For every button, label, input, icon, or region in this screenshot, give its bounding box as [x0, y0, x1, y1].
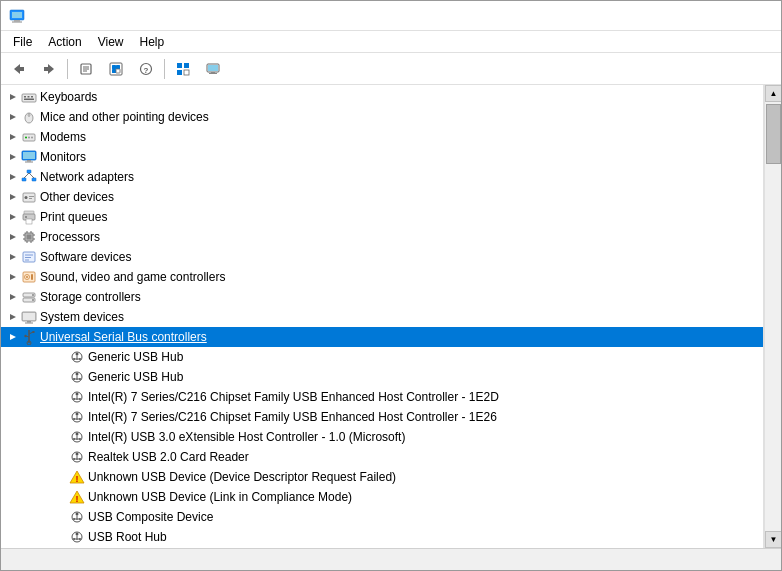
tree-item-processors[interactable]: Processors	[1, 227, 763, 247]
tree-item-realtek[interactable]: Realtek USB 2.0 Card Reader	[1, 447, 763, 467]
tree-expand-keyboards	[5, 89, 21, 105]
svg-text:!: !	[76, 474, 79, 484]
tree-item-software[interactable]: Software devices	[1, 247, 763, 267]
maximize-button[interactable]	[681, 1, 727, 31]
svg-marker-58	[10, 214, 16, 220]
svg-point-151	[73, 538, 75, 540]
svg-marker-37	[10, 134, 16, 140]
tree-label-other: Other devices	[40, 190, 114, 204]
tree-expand-usb	[5, 329, 21, 345]
tree-expand-realtek	[53, 449, 69, 465]
tree-label-intel-1e2d: Intel(R) 7 Series/C216 Chipset Family US…	[88, 390, 499, 404]
toolbar-help-icon[interactable]: ?	[132, 56, 160, 82]
tree-label-mice: Mice and other pointing devices	[40, 110, 209, 124]
menu-action[interactable]: Action	[40, 31, 89, 53]
tree-icon-system	[21, 309, 37, 325]
svg-rect-62	[25, 217, 27, 218]
svg-point-106	[79, 358, 81, 360]
scrollbar[interactable]: ▲ ▼	[764, 85, 781, 548]
svg-point-129	[73, 438, 75, 440]
svg-point-132	[76, 453, 79, 456]
tree-item-intel-xhci[interactable]: Intel(R) USB 3.0 eXtensible Host Control…	[1, 427, 763, 447]
tree-item-usb[interactable]: Universal Serial Bus controllers	[1, 327, 763, 347]
tree-item-other[interactable]: Other devices	[1, 187, 763, 207]
toolbar-view[interactable]	[169, 56, 197, 82]
svg-rect-50	[32, 178, 36, 181]
tree-expand-software	[5, 249, 21, 265]
svg-rect-49	[22, 178, 26, 181]
tree-item-mice[interactable]: Mice and other pointing devices	[1, 107, 763, 127]
tree-expand-intel-1e2d	[53, 389, 69, 405]
tree-item-intel-1e2d[interactable]: Intel(R) 7 Series/C216 Chipset Family US…	[1, 387, 763, 407]
tree-item-composite[interactable]: USB Composite Device	[1, 507, 763, 527]
tree-icon-composite	[69, 509, 85, 525]
tree-icon-print	[21, 209, 37, 225]
tree-label-intel-1e26: Intel(R) 7 Series/C216 Chipset Family US…	[88, 410, 497, 424]
tree-item-print[interactable]: Print queues	[1, 207, 763, 227]
title-bar	[1, 1, 781, 31]
toolbar-forward[interactable]	[35, 56, 63, 82]
menu-view[interactable]: View	[90, 31, 132, 53]
svg-rect-61	[26, 219, 32, 224]
tree-expand-monitors	[5, 149, 21, 165]
svg-point-145	[73, 518, 75, 520]
tree-item-storage[interactable]: Storage controllers	[1, 287, 763, 307]
svg-rect-16	[116, 69, 120, 73]
svg-marker-33	[10, 114, 16, 120]
tree-item-modems[interactable]: Modems	[1, 127, 763, 147]
device-tree[interactable]: KeyboardsMice and other pointing devices…	[1, 85, 764, 548]
scroll-down[interactable]: ▼	[765, 531, 781, 548]
tree-icon-intel-xhci	[69, 429, 85, 445]
tree-item-keyboards[interactable]: Keyboards	[1, 87, 763, 107]
tree-expand-modems	[5, 129, 21, 145]
menu-file[interactable]: File	[5, 31, 40, 53]
tree-expand-sound	[5, 269, 21, 285]
svg-rect-57	[29, 198, 32, 199]
tree-expand-intel-xhci	[53, 429, 69, 445]
tree-item-sound[interactable]: Sound, video and game controllers	[1, 267, 763, 287]
tree-icon-sound	[21, 269, 37, 285]
svg-marker-63	[10, 234, 16, 240]
tree-item-unknown2[interactable]: !Unknown USB Device (Link in Compliance …	[1, 487, 763, 507]
tree-expand-mice	[5, 109, 21, 125]
tree-item-unknown1[interactable]: !Unknown USB Device (Device Descriptor R…	[1, 467, 763, 487]
svg-rect-65	[27, 235, 32, 240]
svg-rect-48	[27, 170, 31, 173]
svg-point-102	[76, 353, 79, 356]
toolbar-monitor[interactable]	[199, 56, 227, 82]
tree-label-sound: Sound, video and game controllers	[40, 270, 225, 284]
scroll-up[interactable]: ▲	[765, 85, 781, 102]
tree-label-storage: Storage controllers	[40, 290, 141, 304]
tree-item-monitors[interactable]: Monitors	[1, 147, 763, 167]
svg-marker-89	[10, 314, 16, 320]
tree-item-usb-hub1[interactable]: Generic USB Hub	[1, 347, 763, 367]
toolbar-back[interactable]	[5, 56, 33, 82]
tree-item-system[interactable]: System devices	[1, 307, 763, 327]
tree-label-intel-xhci: Intel(R) USB 3.0 eXtensible Host Control…	[88, 430, 405, 444]
svg-point-136	[79, 458, 81, 460]
svg-rect-30	[28, 96, 30, 98]
tree-item-intel-1e26[interactable]: Intel(R) 7 Series/C216 Chipset Family US…	[1, 407, 763, 427]
minimize-button[interactable]	[635, 1, 681, 31]
toolbar-update[interactable]	[102, 56, 130, 82]
close-button[interactable]	[727, 1, 773, 31]
svg-point-111	[73, 378, 75, 380]
svg-text:!: !	[76, 494, 79, 504]
svg-point-114	[76, 393, 79, 396]
svg-rect-91	[23, 313, 35, 320]
scrollbar-thumb[interactable]	[766, 104, 781, 164]
svg-point-123	[73, 418, 75, 420]
svg-point-108	[76, 373, 79, 376]
tree-label-print: Print queues	[40, 210, 107, 224]
tree-label-usb-hub2: Generic USB Hub	[88, 370, 183, 384]
tree-item-usb-hub2[interactable]: Generic USB Hub	[1, 367, 763, 387]
svg-rect-21	[177, 70, 182, 75]
tree-expand-root-hub1	[53, 529, 69, 545]
tree-icon-network	[21, 169, 37, 185]
tree-icon-intel-1e2d	[69, 389, 85, 405]
tree-item-root-hub1[interactable]: USB Root Hub	[1, 527, 763, 547]
toolbar-properties[interactable]	[72, 56, 100, 82]
menu-help[interactable]: Help	[132, 31, 173, 53]
tree-item-network[interactable]: Network adapters	[1, 167, 763, 187]
svg-point-120	[76, 413, 79, 416]
